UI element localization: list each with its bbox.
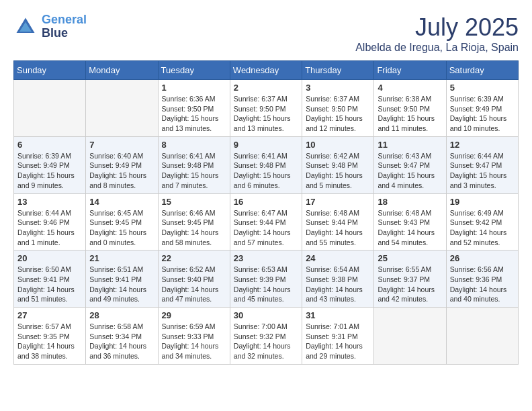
- day-info: Sunrise: 6:41 AM Sunset: 9:48 PM Dayligh…: [234, 151, 298, 191]
- calendar-cell: 24Sunrise: 6:54 AM Sunset: 9:38 PM Dayli…: [302, 250, 374, 308]
- day-number: 8: [162, 140, 226, 150]
- weekday-header: Saturday: [446, 61, 518, 80]
- day-number: 14: [89, 197, 154, 207]
- calendar-cell: 20Sunrise: 6:50 AM Sunset: 9:41 PM Dayli…: [14, 250, 86, 308]
- logo-text: General Blue: [42, 13, 87, 40]
- calendar-cell: 11Sunrise: 6:43 AM Sunset: 9:47 PM Dayli…: [374, 136, 446, 193]
- day-info: Sunrise: 6:42 AM Sunset: 9:48 PM Dayligh…: [306, 151, 370, 191]
- calendar-cell: [86, 80, 158, 137]
- day-number: 13: [17, 197, 82, 207]
- day-number: 31: [306, 310, 370, 320]
- day-info: Sunrise: 7:00 AM Sunset: 9:32 PM Dayligh…: [234, 322, 298, 361]
- day-info: Sunrise: 6:39 AM Sunset: 9:49 PM Dayligh…: [450, 94, 515, 134]
- calendar-cell: 4Sunrise: 6:38 AM Sunset: 9:50 PM Daylig…: [374, 80, 446, 137]
- day-number: 21: [89, 253, 154, 263]
- weekday-header: Monday: [86, 61, 158, 80]
- day-info: Sunrise: 6:53 AM Sunset: 9:39 PM Dayligh…: [234, 265, 298, 304]
- day-info: Sunrise: 6:50 AM Sunset: 9:41 PM Dayligh…: [17, 265, 82, 304]
- calendar-cell: 8Sunrise: 6:41 AM Sunset: 9:48 PM Daylig…: [158, 136, 230, 193]
- weekday-header: Tuesday: [158, 61, 230, 80]
- calendar-week-row: 6Sunrise: 6:39 AM Sunset: 9:49 PM Daylig…: [14, 136, 519, 193]
- calendar-week-row: 13Sunrise: 6:44 AM Sunset: 9:46 PM Dayli…: [14, 193, 519, 250]
- calendar-cell: 16Sunrise: 6:47 AM Sunset: 9:44 PM Dayli…: [230, 193, 302, 250]
- day-number: 27: [17, 310, 82, 320]
- location: Albelda de Iregua, La Rioja, Spain: [355, 42, 519, 54]
- calendar-cell: 14Sunrise: 6:45 AM Sunset: 9:45 PM Dayli…: [86, 193, 158, 250]
- day-number: 28: [89, 310, 154, 320]
- calendar-week-row: 1Sunrise: 6:36 AM Sunset: 9:50 PM Daylig…: [14, 80, 519, 137]
- day-number: 29: [162, 310, 226, 320]
- day-info: Sunrise: 6:49 AM Sunset: 9:42 PM Dayligh…: [450, 208, 515, 248]
- calendar-cell: 5Sunrise: 6:39 AM Sunset: 9:49 PM Daylig…: [446, 80, 518, 137]
- weekday-header: Thursday: [302, 61, 374, 80]
- calendar-cell: 26Sunrise: 6:56 AM Sunset: 9:36 PM Dayli…: [446, 250, 518, 308]
- calendar-cell: 21Sunrise: 6:51 AM Sunset: 9:41 PM Dayli…: [86, 250, 158, 308]
- day-number: 3: [306, 83, 370, 93]
- calendar-cell: 3Sunrise: 6:37 AM Sunset: 9:50 PM Daylig…: [302, 80, 374, 137]
- calendar-cell: [14, 80, 86, 137]
- calendar-cell: 1Sunrise: 6:36 AM Sunset: 9:50 PM Daylig…: [158, 80, 230, 137]
- month-title: July 2025: [355, 13, 519, 42]
- day-info: Sunrise: 6:48 AM Sunset: 9:44 PM Dayligh…: [306, 208, 370, 248]
- day-number: 15: [162, 197, 226, 207]
- day-number: 19: [450, 197, 515, 207]
- day-number: 6: [17, 140, 82, 150]
- calendar-cell: 27Sunrise: 6:57 AM Sunset: 9:35 PM Dayli…: [14, 308, 86, 365]
- day-number: 22: [162, 253, 226, 263]
- day-info: Sunrise: 6:54 AM Sunset: 9:38 PM Dayligh…: [306, 265, 370, 304]
- calendar-cell: 12Sunrise: 6:44 AM Sunset: 9:47 PM Dayli…: [446, 136, 518, 193]
- calendar-cell: 2Sunrise: 6:37 AM Sunset: 9:50 PM Daylig…: [230, 80, 302, 137]
- calendar-cell: 23Sunrise: 6:53 AM Sunset: 9:39 PM Dayli…: [230, 250, 302, 308]
- calendar-cell: 18Sunrise: 6:48 AM Sunset: 9:43 PM Dayli…: [374, 193, 446, 250]
- day-number: 24: [306, 253, 370, 263]
- logo-icon: [13, 15, 38, 39]
- day-info: Sunrise: 6:36 AM Sunset: 9:50 PM Dayligh…: [162, 94, 226, 134]
- calendar-cell: 17Sunrise: 6:48 AM Sunset: 9:44 PM Dayli…: [302, 193, 374, 250]
- day-number: 11: [378, 140, 442, 150]
- day-number: 20: [17, 253, 82, 263]
- day-number: 23: [234, 253, 298, 263]
- day-info: Sunrise: 6:45 AM Sunset: 9:45 PM Dayligh…: [89, 208, 154, 248]
- calendar-cell: 9Sunrise: 6:41 AM Sunset: 9:48 PM Daylig…: [230, 136, 302, 193]
- day-number: 30: [234, 310, 298, 320]
- calendar-cell: 25Sunrise: 6:55 AM Sunset: 9:37 PM Dayli…: [374, 250, 446, 308]
- calendar-cell: 10Sunrise: 6:42 AM Sunset: 9:48 PM Dayli…: [302, 136, 374, 193]
- page-header: General Blue July 2025 Albelda de Iregua…: [13, 13, 519, 54]
- day-number: 4: [378, 83, 442, 93]
- day-number: 18: [378, 197, 442, 207]
- day-info: Sunrise: 6:55 AM Sunset: 9:37 PM Dayligh…: [378, 265, 442, 304]
- calendar-cell: [446, 308, 518, 365]
- day-info: Sunrise: 6:44 AM Sunset: 9:47 PM Dayligh…: [450, 151, 515, 191]
- day-info: Sunrise: 6:47 AM Sunset: 9:44 PM Dayligh…: [234, 208, 298, 248]
- day-info: Sunrise: 6:59 AM Sunset: 9:33 PM Dayligh…: [162, 322, 226, 361]
- day-info: Sunrise: 6:56 AM Sunset: 9:36 PM Dayligh…: [450, 265, 515, 304]
- calendar-cell: 6Sunrise: 6:39 AM Sunset: 9:49 PM Daylig…: [14, 136, 86, 193]
- calendar-cell: 30Sunrise: 7:00 AM Sunset: 9:32 PM Dayli…: [230, 308, 302, 365]
- calendar-cell: 15Sunrise: 6:46 AM Sunset: 9:45 PM Dayli…: [158, 193, 230, 250]
- weekday-header: Sunday: [14, 61, 86, 80]
- day-number: 9: [234, 140, 298, 150]
- day-number: 26: [450, 253, 515, 263]
- day-number: 10: [306, 140, 370, 150]
- weekday-header-row: SundayMondayTuesdayWednesdayThursdayFrid…: [14, 61, 519, 80]
- calendar-week-row: 27Sunrise: 6:57 AM Sunset: 9:35 PM Dayli…: [14, 308, 519, 365]
- calendar-cell: 28Sunrise: 6:58 AM Sunset: 9:34 PM Dayli…: [86, 308, 158, 365]
- day-number: 25: [378, 253, 442, 263]
- day-info: Sunrise: 6:39 AM Sunset: 9:49 PM Dayligh…: [17, 151, 82, 191]
- calendar-table: SundayMondayTuesdayWednesdayThursdayFrid…: [13, 60, 519, 365]
- weekday-header: Friday: [374, 61, 446, 80]
- calendar-week-row: 20Sunrise: 6:50 AM Sunset: 9:41 PM Dayli…: [14, 250, 519, 308]
- day-number: 12: [450, 140, 515, 150]
- calendar-cell: 22Sunrise: 6:52 AM Sunset: 9:40 PM Dayli…: [158, 250, 230, 308]
- calendar-cell: 13Sunrise: 6:44 AM Sunset: 9:46 PM Dayli…: [14, 193, 86, 250]
- day-info: Sunrise: 6:37 AM Sunset: 9:50 PM Dayligh…: [306, 94, 370, 134]
- day-info: Sunrise: 7:01 AM Sunset: 9:31 PM Dayligh…: [306, 322, 370, 361]
- day-info: Sunrise: 6:38 AM Sunset: 9:50 PM Dayligh…: [378, 94, 442, 134]
- day-number: 16: [234, 197, 298, 207]
- day-info: Sunrise: 6:43 AM Sunset: 9:47 PM Dayligh…: [378, 151, 442, 191]
- day-info: Sunrise: 6:40 AM Sunset: 9:49 PM Dayligh…: [89, 151, 154, 191]
- day-number: 17: [306, 197, 370, 207]
- day-number: 5: [450, 83, 515, 93]
- logo: General Blue: [13, 13, 87, 40]
- day-info: Sunrise: 6:46 AM Sunset: 9:45 PM Dayligh…: [162, 208, 226, 248]
